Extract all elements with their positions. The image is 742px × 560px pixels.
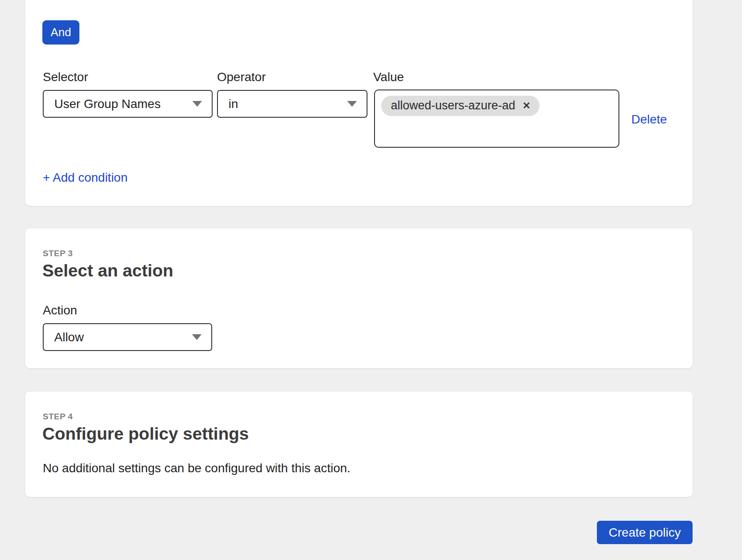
step4-label: STEP 4 (43, 412, 73, 422)
step3-label: STEP 3 (43, 249, 73, 258)
condition-card: And Selector Operator Value User Group N… (25, 0, 693, 206)
selector-dropdown-value: User Group Names (54, 97, 161, 111)
policy-settings-description: No additional settings can be configured… (43, 461, 350, 475)
create-policy-button[interactable]: Create policy (597, 521, 693, 544)
policy-settings-card: STEP 4 Configure policy settings No addi… (25, 392, 693, 497)
remove-tag-icon[interactable]: ✕ (522, 101, 530, 111)
action-dropdown[interactable]: Allow (43, 323, 212, 351)
operator-label: Operator (217, 70, 266, 84)
and-button[interactable]: And (42, 20, 79, 45)
operator-dropdown-value: in (229, 97, 238, 111)
chevron-down-icon (192, 101, 202, 107)
policy-builder-page: And Selector Operator Value User Group N… (0, 0, 742, 560)
action-label: Action (43, 303, 77, 317)
chevron-down-icon (347, 101, 357, 107)
select-action-title: Select an action (42, 261, 173, 280)
value-multiselect-input[interactable]: allowed-users-azure-ad ✕ (374, 90, 619, 148)
add-condition-link[interactable]: + Add condition (43, 171, 127, 185)
value-tag-label: allowed-users-azure-ad (391, 99, 515, 112)
chevron-down-icon (192, 334, 202, 340)
value-tag: allowed-users-azure-ad ✕ (381, 96, 540, 116)
select-action-card: STEP 3 Select an action Action Allow (25, 228, 693, 368)
selector-dropdown[interactable]: User Group Names (43, 90, 213, 118)
value-label: Value (373, 70, 404, 84)
delete-condition-link[interactable]: Delete (631, 112, 667, 127)
operator-dropdown[interactable]: in (217, 90, 367, 118)
policy-settings-title: Configure policy settings (42, 424, 249, 444)
action-dropdown-value: Allow (54, 330, 84, 344)
selector-label: Selector (43, 70, 88, 84)
